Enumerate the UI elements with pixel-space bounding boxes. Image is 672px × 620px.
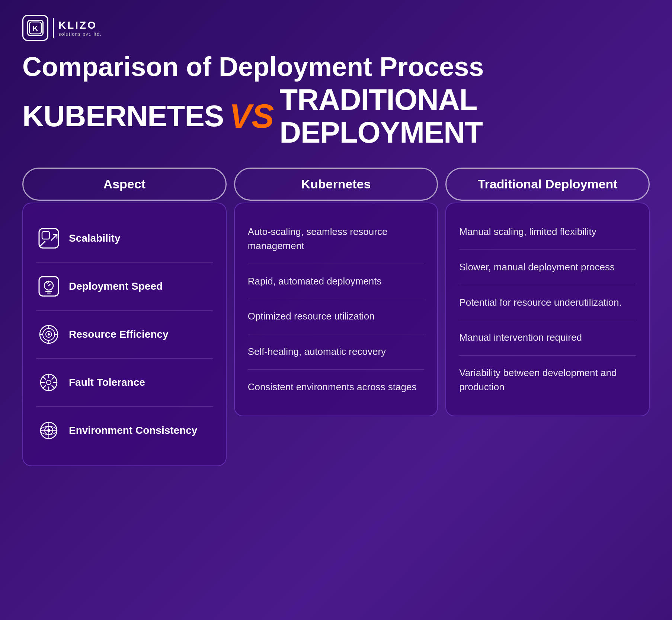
aspect-column: Aspect Scalability (22, 168, 227, 466)
logo-brand: KLIZO (58, 19, 102, 31)
title-vs: VS (229, 98, 274, 135)
k8s-env-consistency: Consistent environments across stages (248, 370, 425, 405)
k8s-scalability: Auto-scaling, seamless resource manageme… (248, 214, 425, 264)
resource-efficiency-label: Resource Efficiency (69, 328, 169, 341)
trad-scalability: Manual scaling, limited flexibility (459, 214, 636, 250)
logo-divider (53, 18, 54, 38)
k8s-deployment-speed: Rapid, automated deployments (248, 264, 425, 299)
env-consistency-icon (36, 418, 61, 443)
kubernetes-header: Kubernetes (234, 168, 438, 201)
title-line2: KUBERNETES VS TRADITIONAL DEPLOYMENT (22, 83, 650, 149)
traditional-body: Manual scaling, limited flexibility Slow… (445, 203, 650, 416)
aspect-body: Scalability Deployment Speed (22, 203, 227, 466)
kubernetes-column: Kubernetes Auto-scaling, seamless resour… (234, 168, 438, 466)
logo-text: KLIZO solutions pvt. ltd. (58, 19, 102, 37)
logo-initial: K (27, 20, 44, 36)
env-consistency-label: Environment Consistency (69, 424, 197, 437)
scalability-label: Scalability (69, 232, 121, 245)
deployment-speed-row: Deployment Speed (36, 263, 213, 311)
trad-resource-efficiency: Potential for resource underutilization. (459, 285, 636, 321)
title-traditional: TRADITIONAL DEPLOYMENT (279, 83, 650, 149)
traditional-column: Traditional Deployment Manual scaling, l… (445, 168, 650, 466)
trad-deployment-speed: Slower, manual deployment process (459, 250, 636, 285)
svg-point-11 (47, 380, 51, 385)
svg-text:K: K (33, 24, 38, 32)
svg-point-9 (48, 333, 50, 336)
k8s-fault-tolerance: Self-healing, automatic recovery (248, 334, 425, 370)
deployment-speed-icon (36, 274, 61, 299)
logo-area: K KLIZO solutions pvt. ltd. (22, 15, 650, 41)
fault-tolerance-icon (36, 370, 61, 395)
resource-efficiency-row: Resource Efficiency (36, 311, 213, 359)
title-line1: Comparison of Deployment Process (22, 52, 650, 82)
resource-efficiency-icon (36, 322, 61, 347)
deployment-speed-label: Deployment Speed (69, 280, 163, 293)
trad-fault-tolerance: Manual intervention required (459, 320, 636, 356)
title-section: Comparison of Deployment Process KUBERNE… (22, 52, 650, 149)
k8s-resource-efficiency: Optimized resource utilization (248, 299, 425, 334)
aspect-header: Aspect (22, 168, 227, 201)
logo-sub: solutions pvt. ltd. (58, 31, 102, 37)
traditional-header: Traditional Deployment (445, 168, 650, 201)
fault-tolerance-label: Fault Tolerance (69, 376, 145, 389)
svg-rect-3 (42, 232, 49, 239)
svg-point-15 (47, 429, 50, 432)
scalability-icon (36, 226, 61, 251)
kubernetes-body: Auto-scaling, seamless resource manageme… (234, 203, 438, 416)
logo-box: K (22, 15, 48, 41)
comparison-table: Aspect Scalability (22, 168, 650, 466)
trad-env-consistency: Variability between development and prod… (459, 356, 636, 404)
scalability-row: Scalability (36, 214, 213, 263)
fault-tolerance-row: Fault Tolerance (36, 359, 213, 407)
title-kubernetes: KUBERNETES (22, 100, 224, 133)
env-consistency-row: Environment Consistency (36, 407, 213, 454)
